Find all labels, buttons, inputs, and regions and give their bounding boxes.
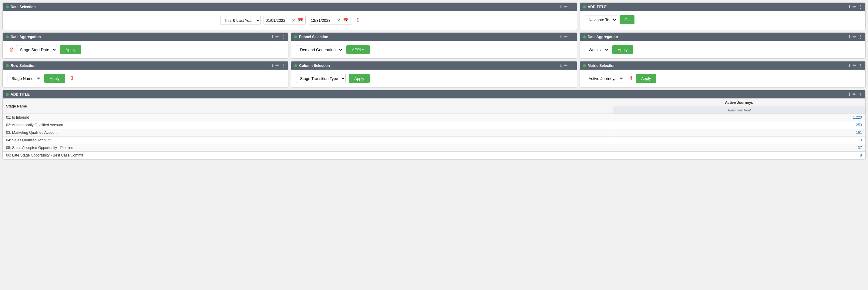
calendar-to-button[interactable]: 📅	[342, 18, 349, 23]
date-aggregation-right-apply-button[interactable]: Apply	[612, 45, 633, 54]
more-icon-date-agg-right[interactable]: ⋮	[858, 35, 862, 39]
table-cell-value: 1,220	[613, 114, 865, 121]
data-table: Stage Name Active Journeys Transition: R…	[3, 98, 865, 159]
more-icon-add-title-top[interactable]: ⋮	[858, 4, 862, 9]
metric-selection-panel: Metric Selection ℹ ✏ ⋮ Active Journeys 4…	[580, 61, 866, 87]
column-selection-header: Column Selection ℹ ✏ ⋮	[291, 62, 577, 70]
date-aggregation-left-apply-button[interactable]: Apply	[60, 45, 81, 54]
add-title-bottom-title: ADD TITLE	[11, 92, 30, 97]
clear-date-from-button[interactable]: ✕	[291, 18, 296, 23]
more-icon-funnel[interactable]: ⋮	[570, 35, 574, 39]
more-icon-row[interactable]: ⋮	[281, 63, 285, 68]
edit-icon-add-title-top[interactable]: ✏	[852, 4, 856, 9]
funnel-selection-title-group: Funnel Selection	[294, 35, 328, 39]
column-selection-body: Stage Transition Type Apply	[291, 70, 577, 87]
add-title-bottom-panel: ADD TITLE ℹ ✏ ⋮ Stage Name Active Journe…	[2, 90, 866, 159]
info-icon-date-agg-right[interactable]: ℹ	[848, 35, 850, 39]
green-dot-row	[6, 64, 9, 67]
info-icon-column[interactable]: ℹ	[560, 63, 562, 68]
metric-selection-apply-button[interactable]: Apply	[636, 74, 657, 83]
table-row: 04: Sales Qualified Account13	[3, 137, 865, 144]
date-aggregation-right-body: Weeks Days Months Apply	[580, 41, 865, 59]
date-selection-body: This & Last Year This Year Last Year Cus…	[3, 11, 577, 30]
row-selection-title-group: Row Selection	[6, 64, 35, 68]
row-selection-title: Row Selection	[11, 64, 35, 68]
info-icon-row[interactable]: ℹ	[272, 63, 273, 68]
edit-icon-row[interactable]: ✏	[275, 63, 279, 68]
green-dot-add-title-bottom	[6, 93, 9, 96]
green-dot-funnel	[294, 35, 297, 38]
step-3-number: 3	[71, 75, 74, 82]
edit-icon-add-title-bottom[interactable]: ✏	[852, 92, 856, 97]
date-selection-title-group: Date Selection	[6, 5, 36, 9]
row-selection-panel: Row Selection ℹ ✏ ⋮ Stage Name Apply 3	[2, 61, 288, 87]
row-selection-icons: ℹ ✏ ⋮	[272, 63, 285, 68]
info-icon[interactable]: ℹ	[560, 4, 562, 9]
add-title-top-panel: ADD TITLE ℹ ✏ ⋮ Navigate To Go	[580, 2, 866, 30]
info-icon-metric[interactable]: ℹ	[848, 63, 850, 68]
funnel-selection-panel: Funnel Selection ℹ ✏ ⋮ Demand Generation…	[291, 32, 577, 59]
edit-icon-column[interactable]: ✏	[564, 63, 567, 68]
date-aggregation-left-title-group: Date Aggregation	[6, 35, 41, 39]
table-cell-value: 253	[613, 121, 865, 129]
step-4-number: 4	[630, 75, 633, 82]
table-row: 06: Late Stage Opportunity - Best Case/C…	[3, 152, 865, 159]
table-cell-value: 37	[613, 144, 865, 152]
row-selection-body: Stage Name Apply 3	[3, 70, 288, 87]
green-dot-date-agg-right	[583, 35, 586, 38]
calendar-from-button[interactable]: 📅	[297, 18, 304, 23]
row-selection-dropdown[interactable]: Stage Name	[8, 74, 41, 83]
column-selection-dropdown[interactable]: Stage Transition Type	[296, 74, 346, 83]
column-selection-apply-button[interactable]: Apply	[349, 74, 370, 83]
go-button[interactable]: Go	[620, 15, 634, 24]
more-icon-add-title-bottom[interactable]: ⋮	[858, 92, 862, 97]
info-icon-date-agg-left[interactable]: ℹ	[272, 35, 273, 39]
date-selection-title: Date Selection	[11, 5, 36, 9]
date-range-dropdown[interactable]: This & Last Year This Year Last Year Cus…	[220, 16, 260, 25]
column-selection-title: Column Selection	[299, 64, 330, 68]
date-aggregation-right-panel: Date Aggregation ℹ ✏ ⋮ Weeks Days Months…	[580, 32, 866, 59]
funnel-selection-dropdown[interactable]: Demand Generation Sales Pipeline	[296, 45, 343, 54]
add-title-top-body: Navigate To Go	[580, 11, 865, 29]
clear-date-to-button[interactable]: ✕	[336, 18, 341, 23]
date-aggregation-left-panel: Date Aggregation ℹ ✏ ⋮ 2 Stage Start Dat…	[2, 32, 288, 59]
edit-icon-date-agg-left[interactable]: ✏	[275, 35, 279, 39]
date-selection-header-icons: ℹ ✏ ⋮	[560, 4, 574, 9]
info-icon-add-title-top[interactable]: ℹ	[848, 4, 850, 9]
green-dot-add-title-top	[583, 5, 586, 8]
info-icon-funnel[interactable]: ℹ	[560, 35, 562, 39]
funnel-selection-apply-button[interactable]: APPLY	[346, 45, 370, 54]
table-row: 01: Is Inbound1,220	[3, 114, 865, 121]
column-selection-title-group: Column Selection	[294, 64, 330, 68]
add-title-bottom-icons: ℹ ✏ ⋮	[848, 92, 862, 97]
add-title-top-header-icons: ℹ ✏ ⋮	[848, 4, 862, 9]
edit-icon-funnel[interactable]: ✏	[564, 35, 567, 39]
more-icon-date-agg-left[interactable]: ⋮	[281, 35, 285, 39]
date-to-input[interactable]	[311, 18, 335, 23]
edit-icon-date-agg-right[interactable]: ✏	[852, 35, 856, 39]
add-title-top-title: ADD TITLE	[588, 5, 607, 9]
info-icon-add-title-bottom[interactable]: ℹ	[848, 92, 850, 97]
edit-icon[interactable]: ✏	[564, 4, 567, 9]
add-title-bottom-title-group: ADD TITLE	[6, 92, 30, 97]
green-dot-column	[294, 64, 297, 67]
metric-selection-header: Metric Selection ℹ ✏ ⋮	[580, 62, 865, 70]
date-selection-header: Date Selection ℹ ✏ ⋮	[3, 3, 577, 11]
column-selection-icons: ℹ ✏ ⋮	[560, 63, 574, 68]
add-title-bottom-body: Stage Name Active Journeys Transition: R…	[3, 98, 865, 159]
more-icon-column[interactable]: ⋮	[570, 63, 574, 68]
date-aggregation-right-dropdown[interactable]: Weeks Days Months	[585, 45, 609, 54]
navigate-to-dropdown[interactable]: Navigate To	[585, 15, 617, 24]
metric-selection-dropdown[interactable]: Active Journeys	[585, 74, 624, 83]
table-sub-header: Transition: Real	[613, 107, 865, 114]
date-aggregation-left-icons: ℹ ✏ ⋮	[272, 35, 285, 39]
row-selection-apply-button[interactable]: Apply	[44, 74, 65, 83]
more-icon[interactable]: ⋮	[570, 4, 574, 9]
green-dot-indicator	[6, 5, 9, 8]
metric-selection-title-group: Metric Selection	[583, 64, 616, 68]
edit-icon-metric[interactable]: ✏	[852, 63, 856, 68]
date-aggregation-left-dropdown[interactable]: Stage Start Date Stage End Date	[16, 45, 57, 54]
more-icon-metric[interactable]: ⋮	[858, 63, 862, 68]
date-from-input[interactable]	[266, 18, 290, 23]
table-cell-name: 04: Sales Qualified Account	[3, 137, 613, 144]
